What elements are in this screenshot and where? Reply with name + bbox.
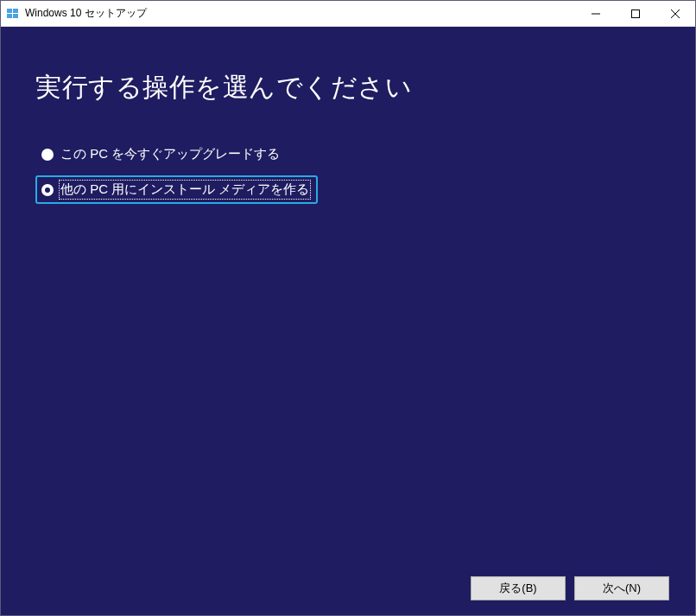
window: Windows 10 セットアップ 実行する操作を選んでください この PC を… <box>0 0 696 616</box>
close-button[interactable] <box>655 1 695 26</box>
svg-rect-2 <box>7 14 12 18</box>
next-button[interactable]: 次へ(N) <box>574 576 669 600</box>
radio-option-media[interactable]: 他の PC 用にインストール メディアを作る <box>35 175 318 204</box>
minimize-button[interactable] <box>576 1 616 26</box>
app-icon <box>6 7 20 21</box>
content-area: 実行する操作を選んでください この PC を今すぐアップグレードする 他の PC… <box>1 27 695 562</box>
maximize-button[interactable] <box>616 1 655 26</box>
radio-label: この PC を今すぐアップグレードする <box>60 146 280 162</box>
svg-rect-3 <box>13 14 18 18</box>
svg-rect-1 <box>13 9 18 13</box>
footer: 戻る(B) 次へ(N) <box>1 562 695 615</box>
back-button[interactable]: 戻る(B) <box>471 576 566 600</box>
radio-icon <box>41 184 54 196</box>
radio-option-upgrade[interactable]: この PC を今すぐアップグレードする <box>35 140 288 168</box>
titlebar: Windows 10 セットアップ <box>1 1 695 27</box>
page-heading: 実行する操作を選んでください <box>35 70 661 105</box>
radio-icon <box>41 149 54 161</box>
svg-rect-5 <box>632 10 640 17</box>
radio-label: 他の PC 用にインストール メディアを作る <box>60 181 309 198</box>
svg-rect-0 <box>7 9 12 13</box>
window-controls <box>576 1 695 26</box>
radio-group: この PC を今すぐアップグレードする 他の PC 用にインストール メディアを… <box>35 140 661 204</box>
window-title: Windows 10 セットアップ <box>25 6 576 21</box>
